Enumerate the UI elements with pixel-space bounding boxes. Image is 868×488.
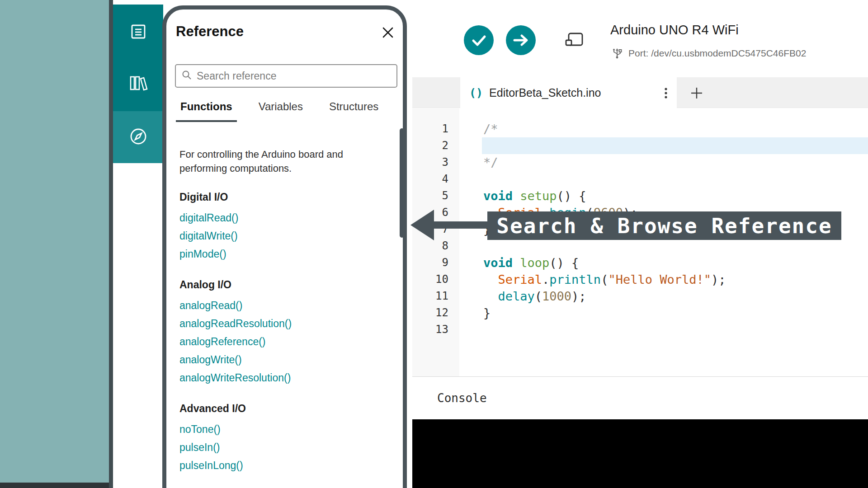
sidebar-item-libraries[interactable] — [127, 73, 149, 93]
reference-link[interactable]: noTone() — [179, 420, 387, 438]
reference-section-heading: Analog I/O — [179, 278, 387, 291]
window-edge — [109, 0, 113, 488]
code-line: delay(1000); — [459, 288, 868, 305]
code-line: /* — [459, 121, 868, 137]
verify-button[interactable] — [464, 25, 494, 55]
desktop-background — [0, 0, 109, 488]
usb-icon — [611, 46, 623, 61]
line-number: 11 — [412, 288, 459, 305]
code-line: Serial.println("Hello World!"); — [459, 271, 868, 288]
line-numbers: 12345678910111213 — [412, 108, 459, 376]
code-content: /**/void setup() { Serial.begin(9600);}v… — [459, 108, 868, 376]
close-icon[interactable] — [381, 25, 395, 40]
reference-link[interactable]: pulseIn() — [179, 438, 387, 456]
annotation-arrow-shaft — [429, 221, 488, 229]
line-number: 13 — [412, 321, 459, 338]
reference-tabs: FunctionsVariablesStructures — [176, 100, 383, 122]
reference-search-input[interactable] — [197, 70, 391, 82]
console-label: Console — [437, 391, 487, 405]
console-output — [412, 419, 868, 488]
reference-link[interactable]: analogReference() — [179, 333, 387, 351]
reference-link[interactable]: analogRead() — [179, 296, 387, 314]
port-row: Port: /dev/cu.usbmodemDC5475C46FB02 — [611, 46, 806, 61]
board-icon[interactable] — [564, 30, 585, 49]
annotation-label: Search & Browse Reference — [487, 211, 841, 240]
line-number: 9 — [412, 254, 459, 271]
reference-link[interactable]: pulseInLong() — [179, 456, 387, 474]
sketch-file-icon: () — [469, 86, 483, 99]
sidebar-top-block — [113, 5, 163, 111]
reference-tab-functions[interactable]: Functions — [176, 100, 237, 122]
reference-link[interactable]: digitalRead() — [179, 209, 387, 227]
reference-link[interactable]: analogReadResolution() — [179, 314, 387, 333]
plus-icon — [690, 94, 703, 101]
app-window: Reference FunctionsVariablesStructures F… — [0, 0, 868, 488]
line-number: 1 — [412, 121, 459, 137]
sidebar-item-sketchbook[interactable] — [128, 22, 148, 42]
reference-panel: Reference FunctionsVariablesStructures F… — [163, 0, 407, 488]
kebab-menu-icon[interactable] — [664, 87, 668, 99]
search-icon — [181, 70, 192, 82]
line-number: 5 — [412, 188, 459, 204]
reference-link[interactable]: digitalWrite() — [179, 227, 387, 245]
line-number: 4 — [412, 171, 459, 188]
port-label: Port: /dev/cu.usbmodemDC5475C46FB02 — [628, 48, 806, 59]
code-editor[interactable]: 12345678910111213 /**/void setup() { Ser… — [412, 108, 868, 376]
reference-sections: Digital I/OdigitalRead()digitalWrite()pi… — [179, 191, 387, 474]
sketchbook-icon — [128, 35, 148, 43]
code-line — [459, 137, 868, 154]
upload-button[interactable] — [506, 25, 536, 55]
code-line: } — [459, 305, 868, 321]
line-number: 10 — [412, 271, 459, 288]
console-header: Console — [412, 376, 868, 419]
desktop-bottom-bar — [0, 483, 109, 488]
code-line: */ — [459, 154, 868, 171]
reference-link[interactable]: analogWriteResolution() — [179, 369, 387, 387]
reference-search-box[interactable] — [175, 64, 397, 88]
code-line — [459, 238, 868, 254]
sidebar-item-reference[interactable] — [113, 111, 163, 163]
new-tab-button[interactable] — [689, 86, 704, 100]
reference-section-heading: Advanced I/O — [179, 402, 387, 415]
reference-panel-title: Reference — [176, 23, 244, 40]
board-name[interactable]: Arduino UNO R4 WiFi — [610, 23, 739, 38]
code-line: void setup() { — [459, 188, 868, 204]
sketch-tab-label: EditorBeta_Sketch.ino — [489, 86, 601, 99]
reference-description: For controlling the Arduino board and pe… — [179, 147, 384, 175]
scrollbar-thumb[interactable] — [400, 128, 404, 238]
reference-body: For controlling the Arduino board and pe… — [179, 147, 387, 474]
reference-compass-icon — [128, 126, 149, 149]
editor-tabbar: () EditorBeta_Sketch.ino — [412, 77, 868, 108]
line-number: 12 — [412, 305, 459, 321]
reference-link[interactable]: pinMode() — [179, 245, 387, 263]
reference-link[interactable]: analogWrite() — [179, 351, 387, 369]
editor-area: Arduino UNO R4 WiFi Port: /dev/cu.usbmod… — [412, 0, 868, 488]
code-line — [459, 321, 868, 338]
line-number: 3 — [412, 154, 459, 171]
reference-section-heading: Digital I/O — [179, 191, 387, 203]
code-line: void loop() { — [459, 254, 868, 271]
reference-tab-structures[interactable]: Structures — [325, 100, 383, 122]
editor-toolbar: Arduino UNO R4 WiFi Port: /dev/cu.usbmod… — [412, 0, 868, 77]
line-number: 2 — [412, 137, 459, 154]
code-line — [459, 171, 868, 188]
sketch-tab[interactable]: () EditorBeta_Sketch.ino — [460, 77, 677, 108]
reference-tab-variables[interactable]: Variables — [254, 100, 307, 122]
icon-sidebar — [113, 0, 163, 488]
annotation-arrow-head — [410, 210, 434, 240]
library-icon — [127, 87, 149, 94]
